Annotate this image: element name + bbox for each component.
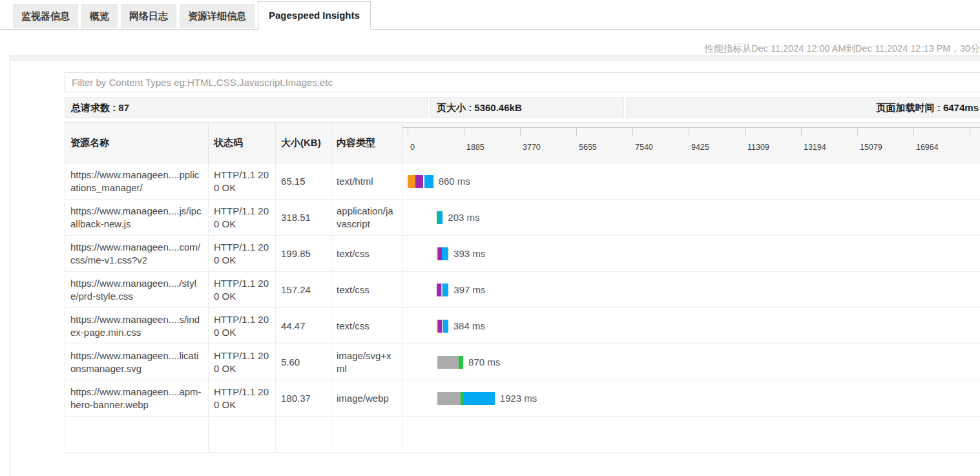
size-kb-cell: 5.60 — [276, 344, 331, 380]
content-type-cell: text/css — [331, 308, 402, 344]
resource-url: https://www.manageen....pplications_mana… — [70, 169, 203, 194]
resource-url: https://www.manageen....js/ipcallback-ne… — [70, 205, 203, 231]
empty-cell — [209, 417, 276, 452]
resource-url-cell: https://www.manageen....s/index-page.min… — [65, 308, 209, 344]
axis-tick-label: 9425 — [691, 143, 709, 152]
axis-tick — [632, 127, 633, 136]
waterfall-bar: 397 ms — [437, 284, 486, 296]
tab-pagespeed-insights[interactable]: Pagespeed Insights — [258, 1, 371, 30]
waterfall-segment-blue — [424, 175, 433, 188]
panel-top-strip — [10, 56, 980, 61]
table-row: https://www.manageen....s/index-page.min… — [65, 308, 980, 344]
content-type: text/html — [337, 175, 373, 188]
axis-tick — [857, 127, 858, 136]
resource-url-cell: https://www.manageen..../style/prd-style… — [65, 272, 209, 307]
axis-line — [402, 127, 980, 128]
resource-url: https://www.manageen....com/css/me-v1.cs… — [70, 241, 203, 267]
axis-tick-label: 3770 — [523, 143, 541, 152]
content-type-cell: image/webp — [331, 380, 402, 416]
column-header-status-code: 状态码 — [209, 123, 276, 163]
size-kb: 44.47 — [281, 320, 306, 333]
timeline-cell: 384 ms — [402, 308, 980, 344]
content-type: application/javascript — [337, 205, 397, 231]
content-type-cell: text/css — [331, 272, 402, 307]
size-kb: 199.85 — [281, 247, 311, 260]
resource-url: https://www.manageen....s/index-page.min… — [70, 313, 203, 339]
axis-tick — [801, 127, 802, 136]
tab-network-log[interactable]: 网络日志 — [121, 4, 176, 28]
waterfall-segment-blue — [464, 392, 495, 405]
timeline-cell: 203 ms — [402, 200, 980, 235]
status-code-cell: HTTP/1.1 200 OK — [209, 272, 276, 307]
status-code: HTTP/1.1 200 OK — [214, 169, 270, 194]
table-row: https://www.manageen....com/css/me-v1.cs… — [65, 236, 980, 272]
status-code-cell: HTTP/1.1 200 OK — [209, 236, 276, 271]
table-row: https://www.manageen..../style/prd-style… — [65, 272, 980, 308]
content-type-cell: image/svg+xml — [331, 344, 402, 380]
waterfall-segment-purple — [415, 175, 423, 188]
size-kb: 157.24 — [281, 284, 311, 296]
timeline-cell: 1923 ms — [402, 380, 980, 416]
resource-url: https://www.manageen..../style/prd-style… — [70, 277, 203, 303]
tab-monitor-info[interactable]: 监视器信息 — [13, 4, 78, 28]
resource-url: https://www.manageen....licationsmanager… — [70, 349, 203, 375]
waterfall-bar: 393 ms — [437, 247, 485, 260]
status-code: HTTP/1.1 200 OK — [214, 386, 270, 411]
size-kb-cell: 199.85 — [276, 236, 331, 271]
empty-cell — [65, 417, 209, 452]
status-code-cell: HTTP/1.1 200 OK — [209, 200, 276, 235]
waterfall-bar: 1923 ms — [437, 392, 537, 405]
tab-overview[interactable]: 概览 — [81, 4, 118, 28]
content-type-cell: text/css — [331, 236, 402, 271]
content-type: text/css — [337, 284, 370, 296]
resource-url-cell: https://www.manageen....licationsmanager… — [65, 344, 209, 380]
axis-tick — [913, 127, 914, 136]
resources-table: 资源名称 状态码 大小(KB) 内容类型 0188537705655754094… — [65, 122, 980, 453]
size-kb: 318.51 — [281, 211, 311, 224]
waterfall-segment-gray — [437, 356, 459, 369]
axis-tick-label: 1885 — [466, 143, 485, 152]
content-type: text/css — [337, 247, 370, 260]
axis-tick-label: 11309 — [747, 143, 769, 152]
timeline-cell: 393 ms — [402, 236, 980, 271]
pagespeed-insights-screen: 监视器信息概览网络日志资源详细信息Pagespeed Insights 性能指标… — [0, 0, 980, 476]
waterfall-bar: 203 ms — [437, 211, 480, 224]
resource-url-cell: https://www.manageen....com/css/me-v1.cs… — [65, 236, 209, 271]
empty-cell — [402, 417, 980, 452]
axis-tick-label: 16964 — [916, 143, 939, 152]
axis-tick-label: 5655 — [579, 143, 597, 152]
waterfall-segment-blue — [443, 284, 448, 296]
axis-tick — [970, 127, 970, 136]
size-kb: 5.60 — [281, 356, 300, 369]
timeline-cell: 397 ms — [402, 272, 980, 307]
tab-resource-details[interactable]: 资源详细信息 — [180, 4, 255, 28]
axis-tick — [408, 127, 408, 136]
resource-url-cell: https://www.manageen....js/ipcallback-ne… — [65, 200, 209, 235]
axis-tick-label: 13194 — [804, 143, 826, 152]
status-code-cell: HTTP/1.1 200 OK — [209, 380, 276, 416]
waterfall-segment-purple — [437, 284, 441, 296]
status-code-cell: HTTP/1.1 200 OK — [209, 163, 276, 199]
axis-tick-label: 7540 — [635, 143, 653, 152]
table-row: https://www.manageen....js/ipcallback-ne… — [65, 200, 980, 236]
bar-time-label: 397 ms — [454, 284, 485, 296]
content-type-filter-input[interactable] — [65, 72, 980, 92]
bar-time-label: 860 ms — [439, 175, 470, 188]
resource-url-cell: https://www.manageen....apm-hero-banner.… — [65, 380, 209, 416]
content-type-cell: text/html — [331, 163, 402, 199]
axis-tick — [576, 127, 577, 136]
page-load-time-stat: 页面加载时间 : 6474ms — [626, 97, 980, 118]
waterfall-segment-green — [459, 356, 463, 369]
axis-tick — [464, 127, 464, 136]
axis-tick-label: 0 — [410, 143, 415, 152]
resource-url: https://www.manageen....apm-hero-banner.… — [70, 386, 203, 411]
status-code: HTTP/1.1 200 OK — [214, 349, 270, 375]
table-header-row: 资源名称 状态码 大小(KB) 内容类型 0188537705655754094… — [65, 122, 980, 163]
content-type-cell: application/javascript — [331, 200, 402, 235]
status-code-cell: HTTP/1.1 200 OK — [209, 308, 276, 344]
content-type: image/svg+xml — [337, 349, 397, 375]
status-code: HTTP/1.1 200 OK — [214, 277, 270, 303]
waterfall-segment-blue — [443, 320, 448, 333]
content-type: text/css — [337, 320, 370, 333]
empty-cell — [276, 417, 331, 452]
